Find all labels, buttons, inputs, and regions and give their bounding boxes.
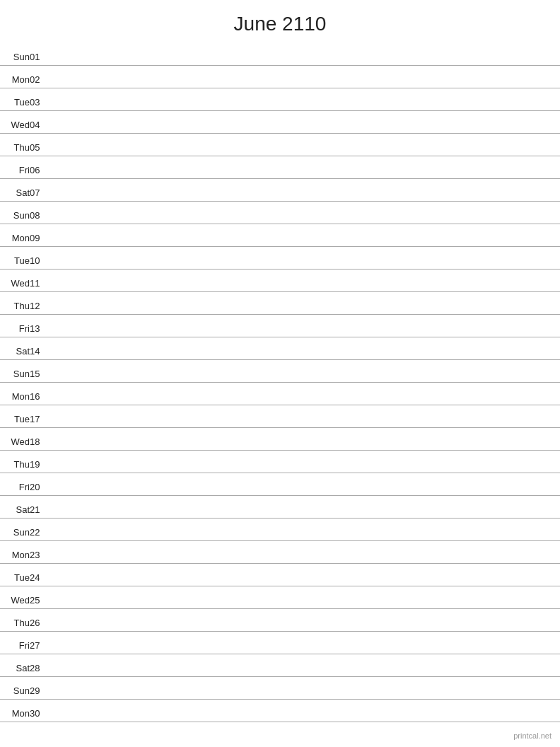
day-name: Fri [0,473,30,495]
day-name: Sun [0,518,30,540]
day-number: 08 [30,201,51,224]
day-number: 20 [30,473,51,495]
day-entry-line[interactable] [51,201,560,224]
calendar-row: Fri13 [0,314,560,337]
calendar-row: Sun22 [0,518,560,540]
calendar-row: Tue24 [0,563,560,586]
day-name: Mon [0,699,30,722]
day-number: 18 [30,427,51,450]
calendar-row: Sun15 [0,359,560,382]
day-entry-line[interactable] [51,314,560,337]
day-entry-line[interactable] [51,473,560,495]
day-name: Sat [0,337,30,359]
day-name: Sat [0,495,30,518]
day-number: 15 [30,359,51,382]
calendar-row: Fri06 [0,156,560,178]
day-name: Sat [0,178,30,201]
day-number: 23 [30,540,51,563]
day-number: 11 [30,269,51,291]
day-entry-line[interactable] [51,110,560,133]
day-entry-line[interactable] [51,156,560,178]
day-name: Tue [0,88,30,110]
calendar-row: Wed18 [0,427,560,450]
day-number: 05 [30,133,51,156]
day-number: 30 [30,699,51,722]
day-number: 28 [30,654,51,676]
day-entry-line[interactable] [51,563,560,586]
calendar-row: Wed25 [0,586,560,608]
day-name: Thu [0,450,30,473]
day-entry-line[interactable] [51,405,560,427]
calendar-row: Thu05 [0,133,560,156]
day-name: Wed [0,427,30,450]
calendar-row: Thu19 [0,450,560,473]
calendar-row: Thu12 [0,291,560,314]
day-name: Fri [0,631,30,654]
day-entry-line[interactable] [51,88,560,110]
day-entry-line[interactable] [51,518,560,540]
day-entry-line[interactable] [51,586,560,608]
day-name: Tue [0,405,30,427]
day-entry-line[interactable] [51,224,560,246]
calendar-row: Wed04 [0,110,560,133]
day-name: Mon [0,540,30,563]
day-number: 24 [30,563,51,586]
day-name: Wed [0,586,30,608]
calendar-row: Sun08 [0,201,560,224]
day-name: Sun [0,42,30,65]
day-name: Tue [0,563,30,586]
day-entry-line[interactable] [51,246,560,269]
day-entry-line[interactable] [51,269,560,291]
day-number: 26 [30,608,51,631]
day-entry-line[interactable] [51,382,560,405]
calendar-row: Sat07 [0,178,560,201]
day-entry-line[interactable] [51,427,560,450]
calendar-row: Mon30 [0,699,560,722]
day-entry-line[interactable] [51,631,560,654]
day-entry-line[interactable] [51,337,560,359]
day-entry-line[interactable] [51,359,560,382]
day-entry-line[interactable] [51,540,560,563]
calendar-row: Tue10 [0,246,560,269]
day-number: 27 [30,631,51,654]
day-entry-line[interactable] [51,450,560,473]
day-entry-line[interactable] [51,654,560,676]
day-entry-line[interactable] [51,291,560,314]
day-name: Thu [0,133,30,156]
day-entry-line[interactable] [51,42,560,65]
calendar-row: Mon02 [0,65,560,88]
day-number: 14 [30,337,51,359]
day-number: 25 [30,586,51,608]
day-name: Sun [0,359,30,382]
day-name: Mon [0,382,30,405]
day-entry-line[interactable] [51,699,560,722]
calendar-row: Tue03 [0,88,560,110]
calendar-row: Fri20 [0,473,560,495]
calendar-row: Sat14 [0,337,560,359]
day-name: Mon [0,224,30,246]
day-name: Tue [0,246,30,269]
day-name: Sat [0,654,30,676]
day-number: 12 [30,291,51,314]
day-number: 16 [30,382,51,405]
calendar-row: Sat21 [0,495,560,518]
calendar-row: Sun01 [0,42,560,65]
day-entry-line[interactable] [51,676,560,699]
day-name: Thu [0,608,30,631]
day-number: 04 [30,110,51,133]
calendar-row: Tue17 [0,405,560,427]
day-entry-line[interactable] [51,178,560,201]
day-name: Wed [0,269,30,291]
day-entry-line[interactable] [51,65,560,88]
day-entry-line[interactable] [51,133,560,156]
calendar-row: Mon09 [0,224,560,246]
watermark: printcal.net [513,731,552,740]
day-entry-line[interactable] [51,495,560,518]
day-number: 06 [30,156,51,178]
calendar-row: Sun29 [0,676,560,699]
day-number: 17 [30,405,51,427]
calendar-table: Sun01Mon02Tue03Wed04Thu05Fri06Sat07Sun08… [0,42,560,722]
day-entry-line[interactable] [51,608,560,631]
calendar-row: Wed11 [0,269,560,291]
day-number: 01 [30,42,51,65]
